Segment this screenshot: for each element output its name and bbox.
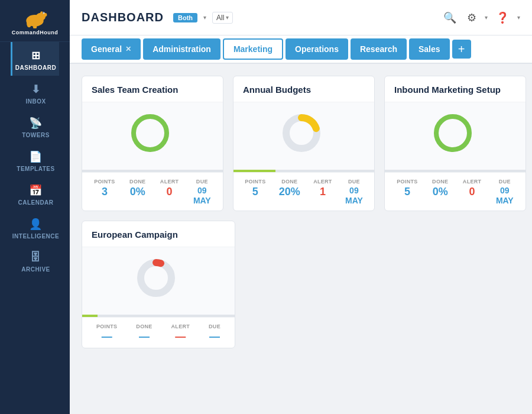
nav-item-archive[interactable]: 🗄 ARCHIVE: [11, 244, 59, 277]
nav-item-towers[interactable]: 📡 TOWERS: [11, 109, 59, 143]
tab-research[interactable]: Research: [351, 38, 407, 60]
cards-row-1: Sales Team Creation POINTS: [82, 76, 520, 211]
nav-label-templates: TEMPLATES: [17, 166, 54, 172]
nav-label-calendar: CALENDAR: [18, 199, 53, 206]
nav-label-towers: TOWERS: [22, 132, 50, 138]
nav-item-dashboard[interactable]: ⊞ DASHBOARD: [11, 42, 59, 76]
svg-point-14: [141, 263, 171, 293]
nav-label-dashboard: DASHBOARD: [15, 64, 57, 71]
card-inbound-marketing-footer: POINTS 5 DONE 0% ALERT 0 DUE 09: [385, 172, 525, 211]
tabs-bar: General ✕ Administration Marketing Opera…: [70, 35, 532, 64]
stat-done-ec: DONE —: [136, 324, 152, 343]
card-sales-team-title: Sales Team Creation: [92, 85, 178, 95]
content-area: Sales Team Creation POINTS: [70, 64, 532, 414]
card-inbound-marketing-body: [385, 102, 525, 170]
stat-alert-1: ALERT 1: [313, 179, 332, 206]
search-button[interactable]: 🔍: [441, 9, 459, 27]
card-sales-team: Sales Team Creation POINTS: [82, 76, 223, 211]
stat-alert-2: ALERT 0: [463, 179, 482, 206]
stat-points-2: POINTS 5: [397, 179, 417, 206]
svg-point-3: [40, 11, 43, 16]
stat-points-0: POINTS 3: [94, 179, 115, 206]
nav-item-calendar[interactable]: 📅 CALENDAR: [11, 177, 59, 211]
card-sales-team-body: [82, 102, 223, 170]
stat-alert-value-0: 0: [167, 186, 173, 198]
stat-done-value-0: 0%: [130, 186, 145, 198]
stat-alert-label-0: ALERT: [160, 179, 179, 185]
filter-dropdown[interactable]: All ▾: [212, 12, 233, 24]
tab-administration-label: Administration: [153, 44, 211, 54]
archive-icon: 🗄: [30, 251, 41, 264]
calendar-icon: 📅: [29, 184, 43, 197]
nav-item-intelligence[interactable]: 👤 INTELLIGENCE: [11, 211, 59, 244]
tab-marketing[interactable]: Marketing: [223, 38, 283, 60]
tab-sales[interactable]: Sales: [409, 38, 450, 60]
both-badge[interactable]: Both: [173, 13, 197, 22]
tab-sales-label: Sales: [419, 44, 440, 54]
main-panel: DASHBOARD Both ▾ All ▾ 🔍 ⚙ ▾ ❓ ▾ General…: [70, 0, 532, 414]
tab-general-close[interactable]: ✕: [125, 45, 131, 53]
card-european-campaign: European Campaign POINTS: [82, 221, 235, 348]
card-european-campaign-donut: [135, 257, 182, 304]
stat-due-0: DUE 09 MAY: [193, 179, 211, 206]
card-annual-budgets: Annual Budgets POINTS: [233, 76, 375, 211]
app-name: CommandHound: [12, 30, 59, 35]
card-inbound-marketing: Inbound Marketing Setup POINTS: [384, 76, 526, 211]
stat-points-1: POINTS 5: [245, 179, 265, 206]
card-annual-budgets-header: Annual Budgets: [233, 76, 374, 102]
card-sales-team-header: Sales Team Creation: [82, 76, 223, 102]
stat-due-value-0: 09 MAY: [193, 186, 211, 206]
card-european-campaign-header: European Campaign: [82, 221, 235, 247]
stat-points-value-0: 3: [102, 186, 108, 198]
nav-label-inbox: INBOX: [25, 98, 46, 105]
tab-marketing-label: Marketing: [233, 44, 273, 54]
settings-chevron[interactable]: ▾: [485, 14, 488, 21]
sidebar: CommandHound ⊞ DASHBOARD ⬇ INBOX 📡 TOWER…: [0, 0, 70, 414]
tab-operations-label: Operations: [295, 44, 339, 54]
tab-administration[interactable]: Administration: [143, 38, 220, 60]
card-inbound-marketing-donut: [432, 112, 479, 159]
header: DASHBOARD Both ▾ All ▾ 🔍 ⚙ ▾ ❓ ▾: [70, 0, 532, 35]
svg-point-5: [43, 12, 44, 14]
stat-points-label-0: POINTS: [94, 179, 115, 185]
card-european-campaign-footer: POINTS — DONE — ALERT — DUE —: [82, 317, 235, 348]
logo-area: CommandHound: [0, 0, 70, 42]
help-chevron[interactable]: ▾: [517, 14, 520, 21]
towers-icon: 📡: [29, 117, 43, 130]
tab-add-button[interactable]: +: [452, 40, 471, 59]
stat-points-ec: POINTS —: [96, 324, 117, 343]
stat-due-ec: DUE —: [209, 324, 220, 343]
stat-due-label-0: DUE: [196, 179, 208, 185]
card-annual-budgets-body: [233, 102, 374, 170]
stat-done-2: DONE 0%: [432, 179, 448, 206]
stat-alert-ec: ALERT —: [171, 324, 190, 343]
logo-icon: [20, 7, 50, 28]
stat-alert-0: ALERT 0: [160, 179, 179, 206]
templates-icon: 📄: [29, 150, 43, 163]
nav-label-intelligence: INTELLIGENCE: [12, 233, 59, 240]
nav-item-inbox[interactable]: ⬇ INBOX: [11, 76, 59, 109]
stat-done-0: DONE 0%: [129, 179, 145, 206]
stat-done-1: DONE 20%: [279, 179, 300, 206]
tab-research-label: Research: [360, 44, 397, 54]
nav-item-templates[interactable]: 📄 TEMPLATES: [11, 143, 59, 177]
tab-general[interactable]: General ✕: [82, 38, 141, 60]
svg-point-13: [436, 117, 469, 150]
nav-label-archive: ARCHIVE: [21, 266, 50, 273]
both-chevron[interactable]: ▾: [203, 14, 206, 21]
inbox-icon: ⬇: [31, 83, 41, 96]
settings-button[interactable]: ⚙: [465, 9, 479, 27]
card-inbound-marketing-header: Inbound Marketing Setup: [385, 76, 525, 102]
filter-chevron: ▾: [226, 14, 229, 21]
cards-row-2: European Campaign POINTS: [82, 221, 520, 348]
card-inbound-marketing-title: Inbound Marketing Setup: [394, 85, 501, 95]
help-button[interactable]: ❓: [494, 9, 511, 27]
stat-due-1: DUE 09 MAY: [345, 179, 363, 206]
intelligence-icon: 👤: [29, 218, 43, 231]
card-annual-budgets-title: Annual Budgets: [243, 85, 311, 95]
card-european-campaign-title: European Campaign: [92, 229, 178, 240]
page-title: DASHBOARD: [82, 11, 164, 24]
filter-value: All: [216, 14, 224, 22]
card-annual-budgets-footer: POINTS 5 DONE 20% ALERT 1 DUE 09: [233, 172, 374, 211]
tab-operations[interactable]: Operations: [286, 38, 348, 60]
